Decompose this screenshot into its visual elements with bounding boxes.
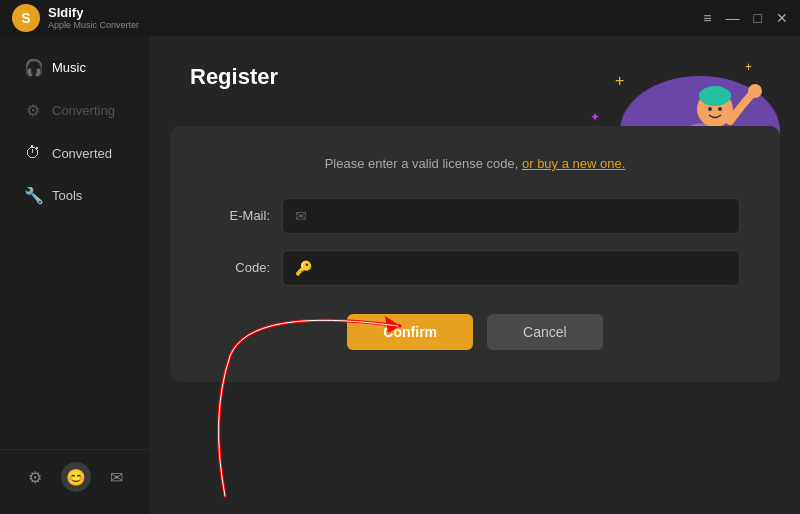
close-button[interactable]: ✕ <box>776 11 788 25</box>
profile-icon[interactable]: 😊 <box>61 462 91 492</box>
app-name: SIdify <box>48 5 139 21</box>
app-header: S SIdify Apple Music Converter <box>12 4 139 32</box>
cancel-button[interactable]: Cancel <box>487 314 603 350</box>
key-icon: 🔑 <box>295 260 312 276</box>
mail-icon[interactable]: ✉ <box>106 464 127 491</box>
email-label: E-Mail: <box>210 208 270 223</box>
app-subtitle: Apple Music Converter <box>48 20 139 31</box>
message-link[interactable]: or buy a new one. <box>522 156 625 171</box>
gear-icon: ⚙ <box>24 101 42 120</box>
sidebar-label-music: Music <box>52 60 86 75</box>
code-row: Code: 🔑 <box>210 250 740 286</box>
email-field[interactable] <box>315 208 727 223</box>
sidebar-item-music[interactable]: 🎧 Music <box>8 48 142 87</box>
code-input-wrapper[interactable]: 🔑 <box>282 250 740 286</box>
clock-icon: ⏱ <box>24 144 42 162</box>
sidebar-bottom: ⚙ 😊 ✉ <box>0 449 150 504</box>
code-field[interactable] <box>320 260 727 275</box>
minimize-button[interactable]: — <box>726 11 740 25</box>
code-label: Code: <box>210 260 270 275</box>
dialog-message: Please enter a valid license code, or bu… <box>210 154 740 174</box>
app-logo: S <box>12 4 40 32</box>
confirm-button[interactable]: Confirm <box>347 314 473 350</box>
sidebar: 🎧 Music ⚙ Converting ⏱ Converted 🔧 Tools… <box>0 36 150 514</box>
dialog-actions: Confirm Cancel <box>210 314 740 350</box>
titlebar: S SIdify Apple Music Converter ≡ — □ ✕ <box>0 0 800 36</box>
window-controls: ≡ — □ ✕ <box>703 11 788 25</box>
maximize-button[interactable]: □ <box>754 11 762 25</box>
sidebar-label-tools: Tools <box>52 188 82 203</box>
app-title-block: SIdify Apple Music Converter <box>48 5 139 31</box>
message-plain: Please enter a valid license code, <box>325 156 519 171</box>
sidebar-label-converting: Converting <box>52 103 115 118</box>
settings-icon[interactable]: ⚙ <box>24 464 46 491</box>
sidebar-item-converted[interactable]: ⏱ Converted <box>8 134 142 172</box>
menu-button[interactable]: ≡ <box>703 11 711 25</box>
logo-char: S <box>21 10 30 26</box>
register-title: Register <box>190 64 278 90</box>
register-section: Register Please enter a valid license co… <box>150 36 800 514</box>
sidebar-item-tools[interactable]: 🔧 Tools <box>8 176 142 215</box>
content-area: + + ♪ ✦ ♪ <box>150 36 800 514</box>
tools-icon: 🔧 <box>24 186 42 205</box>
email-input-wrapper[interactable]: ✉ <box>282 198 740 234</box>
sidebar-item-converting: ⚙ Converting <box>8 91 142 130</box>
email-row: E-Mail: ✉ <box>210 198 740 234</box>
email-icon: ✉ <box>295 208 307 224</box>
sidebar-label-converted: Converted <box>52 146 112 161</box>
main-layout: 🎧 Music ⚙ Converting ⏱ Converted 🔧 Tools… <box>0 36 800 514</box>
headphones-icon: 🎧 <box>24 58 42 77</box>
dialog-card: Please enter a valid license code, or bu… <box>170 126 780 382</box>
